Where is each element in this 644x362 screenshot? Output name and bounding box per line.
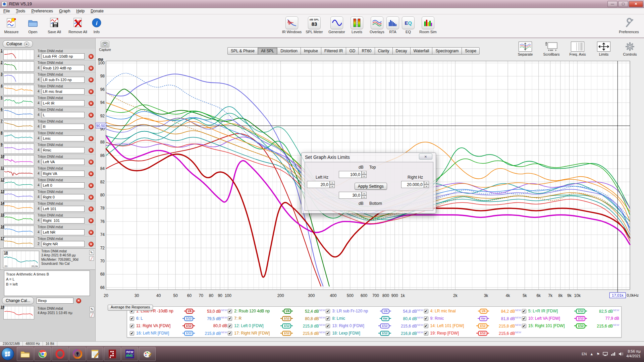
- trace-checkbox[interactable]: ✔: [424, 316, 428, 321]
- taskbar-opera[interactable]: [52, 347, 68, 361]
- trace-label[interactable]: 7: R: [234, 316, 279, 321]
- measurement-thumbnail[interactable]: [3, 306, 34, 319]
- freq-axis-button[interactable]: Freq. Axis: [567, 42, 588, 56]
- menu-donate[interactable]: Donate: [91, 9, 104, 13]
- trace-checkbox[interactable]: ✔: [424, 324, 428, 328]
- trace-label[interactable]: 10: Left VA [FDW]: [528, 316, 573, 321]
- tab-rt60[interactable]: RT60: [358, 47, 374, 55]
- minimize-button[interactable]: —: [607, 1, 618, 7]
- measurement-name-input[interactable]: [42, 218, 85, 224]
- menu-tools[interactable]: Tools: [16, 9, 25, 13]
- tab-spl-phase[interactable]: SPL & Phase: [227, 47, 258, 55]
- edit-notes-icon[interactable]: ✎: [90, 307, 94, 311]
- trace-checkbox[interactable]: ✔: [424, 309, 428, 313]
- change-cal-button[interactable]: Change Cal...: [2, 297, 34, 304]
- delete-measurement-icon[interactable]: ✕: [89, 183, 94, 188]
- trace-checkbox[interactable]: ✔: [424, 331, 428, 336]
- tray-display-icon[interactable]: [603, 352, 608, 356]
- taskbar-rew[interactable]: REWV5.1: [121, 347, 138, 361]
- remove-all-button[interactable]: Remove All: [67, 16, 89, 34]
- maximize-button[interactable]: ▢: [618, 1, 628, 7]
- measurement-thumbnail[interactable]: [3, 226, 34, 236]
- measurement-thumbnail[interactable]: [3, 155, 34, 166]
- measurement-thumbnail[interactable]: [3, 202, 34, 213]
- smoothing-badge[interactable]: 1/12: [182, 323, 195, 328]
- delete-measurement-icon[interactable]: ✕: [89, 66, 94, 71]
- collapse-button[interactable]: Collapse «: [3, 40, 33, 48]
- capture-button[interactable]: Capture: [98, 41, 112, 52]
- tab-filtered-ir[interactable]: Filtered IR: [321, 47, 346, 55]
- measurement-row[interactable]: 5Triton DNM.mdat4✕: [0, 96, 96, 108]
- trace-checkbox[interactable]: ✔: [228, 331, 232, 336]
- measurement-thumbnail[interactable]: [3, 143, 34, 154]
- measurement-name-input[interactable]: [42, 147, 85, 153]
- trace-label[interactable]: 11: Right VA [FDW]: [136, 323, 181, 328]
- trace-checkbox[interactable]: ✔: [326, 316, 330, 321]
- trace-checkbox[interactable]: ✔: [522, 316, 526, 321]
- measurement-name-input[interactable]: [42, 77, 85, 83]
- cal-slash-icon[interactable]: ╱: [89, 256, 94, 261]
- smoothing-badge[interactable]: 1/12: [574, 309, 587, 314]
- measurement-name-input[interactable]: [42, 65, 85, 71]
- trace-checkbox[interactable]: ✔: [130, 324, 134, 328]
- tab-spectrogram[interactable]: Spectrogram: [432, 47, 462, 55]
- trace-checkbox[interactable]: ✔: [326, 324, 330, 328]
- measurement-thumbnail[interactable]: [3, 97, 34, 107]
- smoothing-badge[interactable]: 1/12: [182, 316, 195, 321]
- delete-measurement-icon[interactable]: ✕: [89, 113, 94, 118]
- trace-checkbox[interactable]: ✔: [228, 316, 232, 321]
- delete-measurement-icon[interactable]: ✕: [89, 124, 94, 129]
- delete-measurement-icon[interactable]: ✕: [89, 77, 94, 82]
- measurement-row[interactable]: 8Triton DNM.mdat4✕: [0, 131, 96, 143]
- menu-graph[interactable]: Graph: [59, 9, 70, 13]
- tab-waterfall[interactable]: Waterfall: [410, 47, 432, 55]
- trace-label[interactable]: 16: Left NR [FDW]: [136, 331, 181, 336]
- measurement-row[interactable]: 17Triton DNM.mdat2✕: [0, 237, 96, 248]
- measurement-row[interactable]: 19 Triton DNM.mdat4 Απρ 2021 1:13:45 πμ …: [0, 305, 96, 322]
- smoothing-badge[interactable]: 1/6: [282, 309, 293, 314]
- spl-meter-button[interactable]: dB SPL83 SPL Meter: [304, 16, 325, 34]
- trace-checkbox[interactable]: ✔: [130, 331, 134, 336]
- measurement-row[interactable]: 4Triton DNM.mdat4✕: [0, 84, 96, 96]
- top-db-spinner[interactable]: ▲▼: [339, 171, 367, 178]
- delete-measurement-icon[interactable]: ✕: [89, 101, 94, 106]
- measurement-name-input[interactable]: [42, 159, 85, 165]
- taskbar-secure-browser[interactable]: [69, 347, 86, 361]
- measurement-name-input[interactable]: [42, 135, 85, 141]
- top-db-input[interactable]: [339, 171, 362, 178]
- trace-label[interactable]: 9: Rmic: [430, 316, 476, 321]
- delete-measurement-icon[interactable]: ✕: [89, 136, 94, 141]
- delete-measurement-icon[interactable]: ✕: [89, 242, 94, 247]
- limits-button[interactable]: Limits: [593, 42, 614, 56]
- trace-label[interactable]: 18: Lexp [FDW]: [332, 331, 377, 336]
- measurement-name-input[interactable]: [42, 112, 85, 118]
- trace-label[interactable]: 12: Left 0 [FDW]: [234, 323, 279, 328]
- measurement-thumbnail[interactable]: [3, 108, 34, 119]
- eq-button[interactable]: EQ EQ: [401, 16, 415, 34]
- close-button[interactable]: ✕: [629, 1, 643, 7]
- right-hz-spinner[interactable]: ▲▼: [401, 181, 429, 188]
- trace-label[interactable]: 3: LR sub Fr-120 np: [332, 309, 379, 313]
- right-hz-input[interactable]: [401, 181, 424, 188]
- smoothing-badge[interactable]: Var: [478, 316, 489, 321]
- smoothing-badge[interactable]: 1/12: [476, 323, 489, 328]
- overlays-button[interactable]: Overlays: [366, 16, 388, 34]
- tab-impulse[interactable]: Impulse: [301, 47, 321, 55]
- language-indicator[interactable]: EN: [582, 352, 587, 356]
- measurement-row[interactable]: 10Triton DNM.mdat4✕: [0, 155, 96, 166]
- trace-label[interactable]: 15: Right 101 [FDW]: [528, 323, 573, 328]
- rta-button[interactable]: RTA: [385, 16, 400, 34]
- generator-button[interactable]: Generator: [326, 16, 347, 34]
- room-sim-button[interactable]: Room Sim: [417, 16, 439, 34]
- smoothing-badge[interactable]: 1/12: [574, 316, 587, 321]
- measurement-name-input[interactable]: [42, 182, 85, 188]
- scrollbars-button[interactable]: Scrollbars: [541, 42, 562, 56]
- menu-preferences[interactable]: Preferences: [31, 9, 53, 13]
- dialog-close-icon[interactable]: ✕: [419, 154, 432, 160]
- measurement-thumbnail[interactable]: [3, 120, 34, 130]
- measurement-row[interactable]: 15Triton DNM.mdat4✕: [0, 213, 96, 225]
- start-button[interactable]: [1, 348, 14, 360]
- tab-gd[interactable]: GD: [346, 47, 358, 55]
- measurement-notes[interactable]: Trace Arithmetic A times BA = LB = left: [4, 270, 90, 296]
- trace-label[interactable]: 14: Left 101 [FDW]: [430, 323, 475, 328]
